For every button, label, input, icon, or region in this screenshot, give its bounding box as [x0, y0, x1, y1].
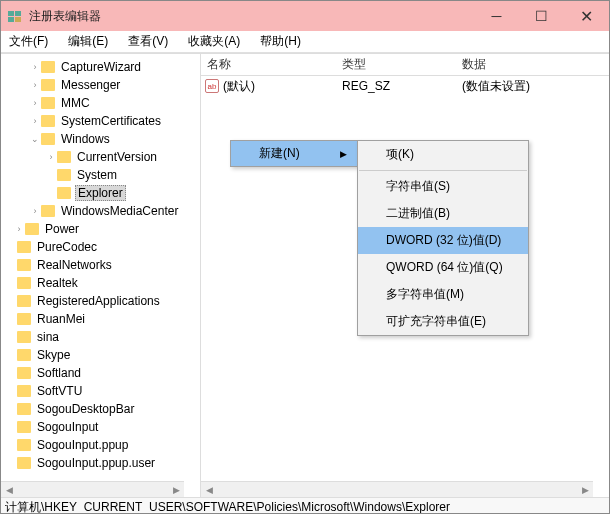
header-data[interactable]: 数据: [456, 56, 609, 73]
tree-item[interactable]: RegisteredApplications: [1, 292, 200, 310]
svg-rect-3: [15, 17, 21, 22]
tree-item[interactable]: Explorer: [1, 184, 200, 202]
tree-item-label: WindowsMediaCenter: [59, 204, 180, 218]
menu-item-string[interactable]: 字符串值(S): [358, 173, 528, 200]
context-menu-new: 项(K) 字符串值(S) 二进制值(B) DWORD (32 位)值(D) QW…: [357, 140, 529, 336]
folder-icon: [17, 277, 31, 289]
tree-item[interactable]: Skype: [1, 346, 200, 364]
tree-item-label: MMC: [59, 96, 92, 110]
menu-item-new[interactable]: 新建(N) ▶: [231, 141, 357, 166]
folder-icon: [41, 61, 55, 73]
folder-icon: [57, 187, 71, 199]
tree-item-label: CaptureWizard: [59, 60, 143, 74]
tree-item[interactable]: SogouInput.ppup.user: [1, 454, 200, 472]
maximize-button[interactable]: ☐: [519, 1, 564, 31]
tree-item[interactable]: Realtek: [1, 274, 200, 292]
minimize-button[interactable]: ─: [474, 1, 519, 31]
tree-item-label: Power: [43, 222, 81, 236]
menu-item-expand[interactable]: 可扩充字符串值(E): [358, 308, 528, 335]
svg-rect-0: [8, 11, 14, 16]
menu-item-key[interactable]: 项(K): [358, 141, 528, 168]
tree-item-label: SystemCertificates: [59, 114, 163, 128]
menu-item-dword[interactable]: DWORD (32 位)值(D): [358, 227, 528, 254]
list-header: 名称 类型 数据: [201, 54, 609, 76]
chevron-right-icon[interactable]: ›: [29, 206, 41, 216]
folder-icon: [17, 259, 31, 271]
tree-item[interactable]: SoftVTU: [1, 382, 200, 400]
scroll-right-icon[interactable]: ▶: [577, 482, 593, 497]
svg-rect-1: [15, 11, 21, 16]
statusbar: 计算机\HKEY_CURRENT_USER\SOFTWARE\Policies\…: [1, 497, 609, 514]
folder-icon: [57, 151, 71, 163]
chevron-down-icon[interactable]: ⌄: [29, 134, 41, 144]
header-name[interactable]: 名称: [201, 56, 336, 73]
tree-item[interactable]: ›Messenger: [1, 76, 200, 94]
tree-item-label: Messenger: [59, 78, 122, 92]
folder-icon: [25, 223, 39, 235]
tree-item[interactable]: SogouInput: [1, 418, 200, 436]
scroll-right-icon[interactable]: ▶: [168, 482, 184, 497]
close-button[interactable]: ✕: [564, 1, 609, 31]
tree-item-label: SogouInput.ppup: [35, 438, 130, 452]
tree-item-label: Windows: [59, 132, 112, 146]
header-type[interactable]: 类型: [336, 56, 456, 73]
folder-icon: [41, 205, 55, 217]
window-title: 注册表编辑器: [29, 8, 474, 25]
tree-item[interactable]: ›SystemCertificates: [1, 112, 200, 130]
tree-item[interactable]: SogouDesktopBar: [1, 400, 200, 418]
menu-item-qword[interactable]: QWORD (64 位)值(Q): [358, 254, 528, 281]
menu-help[interactable]: 帮助(H): [256, 31, 305, 52]
chevron-right-icon[interactable]: ›: [45, 152, 57, 162]
titlebar: 注册表编辑器 ─ ☐ ✕: [1, 1, 609, 31]
chevron-right-icon[interactable]: ›: [29, 116, 41, 126]
tree-item[interactable]: PureCodec: [1, 238, 200, 256]
chevron-right-icon[interactable]: ›: [29, 62, 41, 72]
menu-view[interactable]: 查看(V): [124, 31, 172, 52]
tree-item[interactable]: ›MMC: [1, 94, 200, 112]
value-data: (数值未设置): [456, 78, 609, 95]
tree-item-label: Softland: [35, 366, 83, 380]
list-scrollbar-h[interactable]: ◀ ▶: [201, 481, 593, 497]
tree-item-label: SogouInput.ppup.user: [35, 456, 157, 470]
menu-favorites[interactable]: 收藏夹(A): [184, 31, 244, 52]
list-row[interactable]: ab (默认) REG_SZ (数值未设置): [201, 76, 609, 96]
tree-item-label: RealNetworks: [35, 258, 114, 272]
folder-icon: [41, 115, 55, 127]
tree-item[interactable]: SogouInput.ppup: [1, 436, 200, 454]
menu-file[interactable]: 文件(F): [5, 31, 52, 52]
tree-item-label: PureCodec: [35, 240, 99, 254]
tree-item[interactable]: ⌄Windows: [1, 130, 200, 148]
folder-icon: [17, 241, 31, 253]
chevron-right-icon[interactable]: ›: [29, 80, 41, 90]
tree-item-label: RuanMei: [35, 312, 87, 326]
folder-icon: [17, 313, 31, 325]
tree-item[interactable]: ›CurrentVersion: [1, 148, 200, 166]
tree-item[interactable]: RealNetworks: [1, 256, 200, 274]
tree-item-label: CurrentVersion: [75, 150, 159, 164]
tree-panel[interactable]: ›CaptureWizard›Messenger›MMC›SystemCerti…: [1, 54, 201, 497]
value-type: REG_SZ: [336, 79, 456, 93]
folder-icon: [17, 295, 31, 307]
submenu-arrow-icon: ▶: [340, 149, 347, 159]
tree-item[interactable]: ›Power: [1, 220, 200, 238]
scroll-left-icon[interactable]: ◀: [201, 482, 217, 497]
menu-edit[interactable]: 编辑(E): [64, 31, 112, 52]
tree-item-label: Explorer: [75, 185, 126, 201]
tree-item[interactable]: System: [1, 166, 200, 184]
tree-item[interactable]: ›WindowsMediaCenter: [1, 202, 200, 220]
chevron-right-icon[interactable]: ›: [13, 224, 25, 234]
folder-icon: [17, 367, 31, 379]
menu-item-multi[interactable]: 多字符串值(M): [358, 281, 528, 308]
tree-item[interactable]: Softland: [1, 364, 200, 382]
tree-item[interactable]: ›CaptureWizard: [1, 58, 200, 76]
app-icon: [7, 8, 23, 24]
tree-item-label: RegisteredApplications: [35, 294, 162, 308]
tree-item[interactable]: sina: [1, 328, 200, 346]
scroll-left-icon[interactable]: ◀: [1, 482, 17, 497]
chevron-right-icon[interactable]: ›: [29, 98, 41, 108]
menu-item-binary[interactable]: 二进制值(B): [358, 200, 528, 227]
folder-icon: [41, 133, 55, 145]
svg-rect-2: [8, 17, 14, 22]
tree-item[interactable]: RuanMei: [1, 310, 200, 328]
tree-scrollbar-h[interactable]: ◀ ▶: [1, 481, 184, 497]
